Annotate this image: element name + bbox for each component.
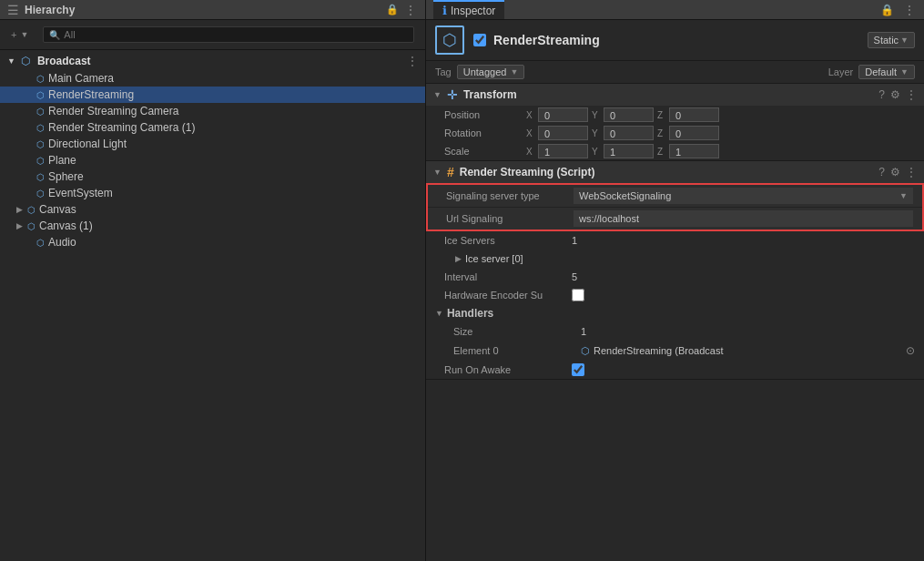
script-help-icon[interactable]: ? [878,166,885,178]
transform-help-icon[interactable]: ? [878,88,885,101]
scale-x-label: X [526,147,535,157]
static-arrow: ▼ [900,36,909,45]
eventsystem-cube-icon: ⬡ [36,189,45,199]
search-icon: 🔍 [49,30,60,40]
canvas-1-label: Canvas (1) [39,219,93,232]
inspector-tab-label: Inspector [451,5,495,17]
script-section: ▼ # Render Streaming (Script) ? ⚙ ⋮ Sign… [426,161,924,380]
script-settings-icon[interactable]: ⚙ [890,166,900,178]
hierarchy-item-main-camera[interactable]: ⬡ Main Camera [0,70,425,87]
inspector-more-icon[interactable]: ⋮ [903,3,917,17]
scale-y-input[interactable]: 1 [604,144,654,158]
sphere-label: Sphere [48,170,84,183]
inspector-tab[interactable]: ℹ Inspector [433,0,504,19]
layer-dropdown[interactable]: Default ▼ [858,65,915,79]
render-streaming-label: RenderStreaming [48,88,134,101]
tag-label: Tag [435,66,452,77]
scale-z-input[interactable]: 1 [669,144,719,158]
object-name-row: RenderStreaming Static ▼ [473,32,915,48]
hierarchy-menu-icon[interactable]: ☰ [7,3,19,17]
tag-layer-row: Tag Untagged ▼ Layer Default ▼ [426,61,924,84]
position-y-group: Y 0 [592,107,654,122]
rs-camera-1-cube-icon: ⬡ [36,123,45,133]
object-name: RenderStreaming [493,33,600,47]
position-z-group: Z 0 [657,107,719,122]
handlers-size-label: Size [453,326,581,337]
object-active-checkbox[interactable] [473,34,486,46]
hardware-encoder-row: Hardware Encoder Su [426,286,924,304]
broadcast-arrow: ▼ [7,56,15,66]
rotation-x-input[interactable]: 0 [538,126,588,140]
interval-label: Interval [444,271,572,282]
position-y-input[interactable]: 0 [604,107,654,122]
hierarchy-item-canvas-1[interactable]: ▶ ⬡ Canvas (1) [0,218,425,234]
signaling-type-row: Signaling server type WebSocketSignaling… [428,185,922,208]
tag-dropdown[interactable]: Untagged ▼ [457,65,525,79]
add-button[interactable]: + ▼ [5,27,34,42]
hierarchy-item-rs-camera-1[interactable]: ⬡ Render Streaming Camera (1) [0,119,425,136]
signaling-type-value-box[interactable]: WebSocketSignaling ▼ [574,188,913,204]
script-title: Render Streaming (Script) [460,166,874,178]
canvas-cube-icon: ⬡ [27,205,36,215]
hierarchy-search-input[interactable] [64,29,408,40]
hierarchy-item-broadcast[interactable]: ▼ ⬡ Broadcast ⋮ [0,52,425,70]
hierarchy-item-directional-light[interactable]: ⬡ Directional Light [0,136,425,152]
hardware-encoder-checkbox[interactable] [572,289,584,301]
run-on-awake-checkbox[interactable] [572,363,584,376]
audio-cube-icon: ⬡ [36,238,45,248]
element-0-value-box: ⬡ RenderStreaming (Broadcast ⊙ [581,344,915,357]
transform-section-header[interactable]: ▼ ✛ Transform ? ⚙ ⋮ [426,84,924,106]
static-label: Static [874,35,899,46]
sphere-cube-icon: ⬡ [36,172,45,182]
hierarchy-item-render-streaming[interactable]: ⬡ RenderStreaming [0,87,425,103]
url-signaling-value[interactable]: ws://localhost [574,210,913,227]
rotation-z-input[interactable]: 0 [669,126,719,140]
rotation-y-input[interactable]: 0 [604,126,654,140]
audio-label: Audio [48,236,76,249]
hierarchy-item-rs-camera[interactable]: ⬡ Render Streaming Camera [0,103,425,119]
script-section-header[interactable]: ▼ # Render Streaming (Script) ? ⚙ ⋮ [426,161,924,183]
hierarchy-item-eventsystem[interactable]: ⬡ EventSystem [0,185,425,201]
ice-servers-value: 1 [572,235,577,246]
eventsystem-label: EventSystem [48,187,113,199]
transform-more-icon[interactable]: ⋮ [906,88,917,101]
inspector-panel: ℹ Inspector 🔒 ⋮ ⬡ RenderStreaming Static [426,0,924,561]
hierarchy-item-plane[interactable]: ⬡ Plane [0,152,425,168]
plus-icon: + [11,29,16,40]
hierarchy-content: ▼ ⬡ Broadcast ⋮ ⬡ Main Camera ⬡ RenderSt… [0,50,425,561]
static-dropdown[interactable]: Static ▼ [868,32,915,48]
tag-dropdown-arrow: ▼ [510,67,518,76]
script-arrow: ▼ [433,168,442,177]
url-signaling-row: Url Signaling ws://localhost [428,208,922,230]
hierarchy-item-audio[interactable]: ⬡ Audio [0,234,425,250]
broadcast-dots-icon[interactable]: ⋮ [407,55,425,67]
hierarchy-lock-icon[interactable]: 🔒 [386,4,399,15]
interval-value: 5 [572,271,577,282]
hierarchy-more-icon[interactable]: ⋮ [404,3,418,17]
handlers-size-row: Size 1 [426,322,924,341]
rs-camera-1-label: Render Streaming Camera (1) [48,121,195,134]
ice-server-0-row[interactable]: ▶ Ice server [0] [426,250,924,268]
rotation-label: Rotation [444,128,526,138]
position-z-input[interactable]: 0 [669,107,719,122]
transform-settings-icon[interactable]: ⚙ [890,88,900,101]
position-row: Position X 0 Y 0 Z [426,106,924,124]
transform-body: Position X 0 Y 0 Z [426,106,924,160]
scale-x-group: X 1 [526,144,588,158]
transform-icon: ✛ [447,87,458,102]
position-x-input[interactable]: 0 [538,107,588,122]
signaling-type-value: WebSocketSignaling [579,190,896,201]
hierarchy-search-bar[interactable]: 🔍 [43,26,414,43]
scale-x-input[interactable]: 1 [538,144,588,158]
script-more-icon[interactable]: ⋮ [906,166,917,178]
element-0-target-icon[interactable]: ⊙ [906,344,915,357]
hierarchy-item-canvas[interactable]: ▶ ⬡ Canvas [0,201,425,218]
inspector-lock-icon[interactable]: 🔒 [880,4,894,16]
rotation-y-label: Y [592,128,601,138]
hierarchy-panel: ☰ Hierarchy 🔒 ⋮ + ▼ 🔍 ▼ ⬡ [0,0,426,561]
handlers-arrow: ▼ [435,309,443,318]
main-camera-label: Main Camera [48,72,114,85]
signaling-highlighted-box: Signaling server type WebSocketSignaling… [426,183,924,231]
rs-camera-label: Render Streaming Camera [48,105,178,117]
hierarchy-item-sphere[interactable]: ⬡ Sphere [0,168,425,185]
